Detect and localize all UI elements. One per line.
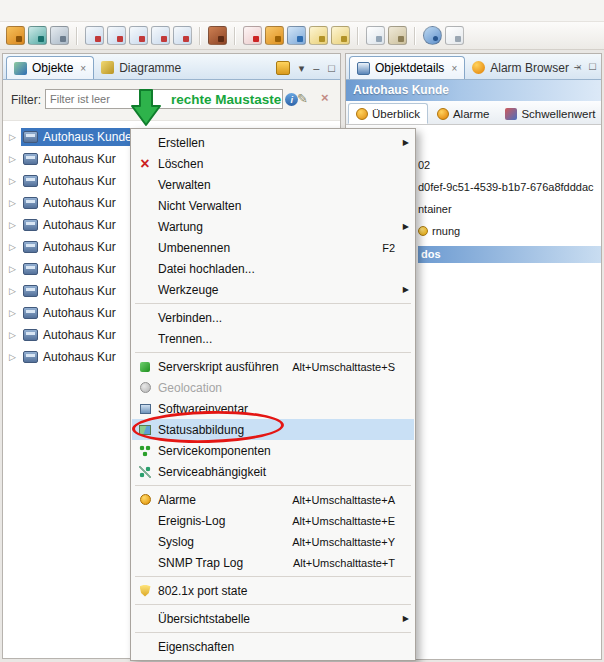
menu-item-ereignis-log[interactable]: Ereignis-Log Alt+Umschalttaste+E ▶ — [132, 510, 414, 531]
menu-item-umbenennen[interactable]: Umbenennen F2 ▶ — [132, 237, 414, 258]
tab-diagramme[interactable]: Diagramme — [94, 56, 188, 79]
menu-item-label: Trennen... — [158, 332, 212, 346]
container-icon — [23, 175, 38, 187]
tab-schwellenwert[interactable]: Schwellenwert — [498, 103, 602, 124]
menu-item-label: Verbinden... — [158, 311, 222, 325]
menu-bar — [0, 0, 604, 21]
tab-alarme[interactable]: Alarme — [430, 103, 496, 124]
container-icon — [23, 285, 38, 297]
book-icon[interactable] — [208, 26, 227, 45]
menu-item-trennen[interactable]: Trennen... ▶ — [132, 328, 414, 349]
collapse-all-icon[interactable] — [276, 61, 290, 75]
tree-item-label: Autohaus Kur — [43, 152, 116, 166]
server-icon[interactable] — [50, 26, 69, 45]
menu-item-serviceabhaengigkeit[interactable]: Serviceabhängigkeit ▶ — [132, 461, 414, 482]
tab-ueberblick[interactable]: Überblick — [348, 103, 428, 124]
monitor-icon[interactable] — [287, 26, 306, 45]
menu-item-datei-hochladen[interactable]: Datei hochladen... ▶ — [132, 258, 414, 279]
menu-item-eigenschaften[interactable]: Eigenschaften ▶ — [132, 636, 414, 657]
menu-item-icon — [135, 492, 155, 508]
expand-icon[interactable]: ▷ — [9, 176, 21, 186]
menu-bar-item[interactable] — [2, 8, 18, 14]
menu-item-loeschen[interactable]: Löschen ▶ — [132, 153, 414, 174]
expand-icon[interactable]: ▷ — [9, 330, 21, 340]
expand-icon[interactable]: ▷ — [9, 220, 21, 230]
separator — [135, 604, 411, 605]
menu-bar-item[interactable] — [66, 8, 82, 14]
menu-item-uebersichtstabelle[interactable]: Übersichtstabelle ▶ — [132, 608, 414, 629]
menu-bar-item[interactable] — [50, 8, 66, 14]
tree-item-label: Autohaus Kur — [43, 196, 116, 210]
submenu-arrow-icon: ▶ — [399, 285, 409, 294]
menu-item-alarme[interactable]: Alarme Alt+Umschalttaste+A ▶ — [132, 489, 414, 510]
object-title-header: Autohaus Kunde — [346, 80, 601, 101]
menu-item-label: Wartung — [158, 220, 203, 234]
maximize-icon[interactable]: □ — [328, 63, 335, 74]
separator — [234, 27, 236, 45]
menu-item-icon — [135, 513, 155, 529]
menu-item-8021x-port-state[interactable]: 802.1x port state ▶ — [132, 580, 414, 601]
alarm-icon[interactable] — [6, 26, 25, 45]
container-icon — [23, 329, 38, 341]
menu-item-verbinden[interactable]: Verbinden... ▶ — [132, 307, 414, 328]
menu-item-serverskript-ausfuehren[interactable]: Serverskript ausführen Alt+Umschalttaste… — [132, 356, 414, 377]
expand-icon[interactable]: ▷ — [9, 198, 21, 208]
menu-bar-item[interactable] — [98, 8, 114, 14]
globe-icon[interactable] — [423, 26, 442, 45]
expand-icon[interactable]: ▷ — [9, 154, 21, 164]
menu-item-label: Alarme — [158, 493, 196, 507]
tab-objekte[interactable]: Objekte × — [6, 56, 94, 79]
network-star-icon[interactable] — [243, 26, 262, 45]
diagram-nodes-icon[interactable] — [28, 26, 47, 45]
menu-bar-item[interactable] — [34, 8, 50, 14]
menu-item-icon — [135, 464, 155, 480]
menu-item-werkzeuge[interactable]: Werkzeuge ▶ — [132, 279, 414, 300]
graph-icon[interactable] — [129, 26, 148, 45]
document-icon[interactable] — [445, 26, 464, 45]
graph-icon[interactable] — [107, 26, 126, 45]
pencil-icon[interactable]: ✎ — [297, 91, 308, 106]
view-menu-icon[interactable]: ▾ — [299, 63, 305, 74]
menu-item-icon — [135, 261, 155, 277]
detail-status-fragment: rnung — [432, 225, 460, 237]
graph-icon[interactable] — [151, 26, 170, 45]
minimize-icon[interactable]: – — [574, 61, 580, 72]
expand-icon[interactable]: ▷ — [9, 264, 21, 274]
expand-icon[interactable]: ▷ — [9, 242, 21, 252]
copy-icon[interactable] — [366, 26, 385, 45]
menu-item-wartung[interactable]: Wartung ▶ — [132, 216, 414, 237]
alarm-icon — [437, 108, 449, 120]
tree-item-label: Autohaus Kur — [43, 218, 116, 232]
minimize-icon[interactable]: – — [313, 63, 319, 74]
menu-bar-item[interactable] — [82, 8, 98, 14]
log-file-icon[interactable] — [331, 26, 350, 45]
expand-icon[interactable]: ▷ — [9, 308, 21, 318]
expand-icon[interactable]: ▷ — [9, 286, 21, 296]
menu-item-verwalten[interactable]: Verwalten ▶ — [132, 174, 414, 195]
menu-item-snmp-trap-log[interactable]: SNMP Trap Log Alt+Umschalttaste+T ▶ — [132, 552, 414, 573]
clear-filter-icon[interactable]: × — [321, 90, 329, 105]
paste-icon[interactable] — [388, 26, 407, 45]
maximize-icon[interactable]: □ — [589, 61, 596, 72]
container-icon — [23, 197, 38, 209]
log-file-icon[interactable] — [309, 26, 328, 45]
close-icon[interactable]: × — [451, 63, 457, 74]
graph-icon[interactable] — [173, 26, 192, 45]
grid-icon[interactable] — [265, 26, 284, 45]
graph-icon[interactable] — [85, 26, 104, 45]
menu-item-servicekomponenten[interactable]: Servicekomponenten ▶ — [132, 440, 414, 461]
expand-icon[interactable]: ▷ — [9, 352, 21, 362]
tree-item-label: Autohaus Kur — [43, 240, 116, 254]
menu-item-label: Übersichtstabelle — [158, 612, 250, 626]
menu-bar-item[interactable] — [18, 8, 34, 14]
menu-item-geolocation[interactable]: Geolocation ▶ — [132, 377, 414, 398]
menu-item-icon — [135, 534, 155, 550]
tab-objektdetails[interactable]: Objektdetails × — [349, 56, 465, 79]
close-icon[interactable]: × — [80, 63, 86, 74]
menu-item-nicht-verwalten[interactable]: Nicht Verwalten ▶ — [132, 195, 414, 216]
menu-item-syslog[interactable]: Syslog Alt+Umschalttaste+Y ▶ — [132, 531, 414, 552]
menu-item-erstellen[interactable]: Erstellen ▶ — [132, 132, 414, 153]
tab-alarm-browser[interactable]: Alarm Browser × — [465, 56, 589, 79]
separator — [135, 576, 411, 577]
expand-icon[interactable]: ▷ — [9, 132, 21, 142]
